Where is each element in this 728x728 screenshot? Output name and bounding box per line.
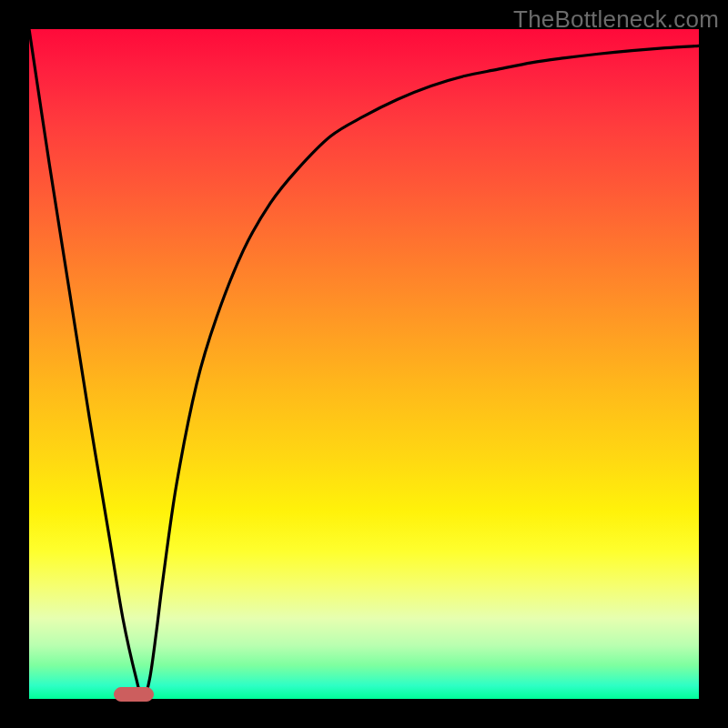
curve-layer <box>29 29 699 699</box>
chart-frame: TheBottleneck.com <box>0 0 728 728</box>
watermark-text: TheBottleneck.com <box>513 5 719 34</box>
optimal-point-marker <box>114 687 154 702</box>
plot-area <box>29 29 699 699</box>
bottleneck-curve <box>29 29 699 699</box>
